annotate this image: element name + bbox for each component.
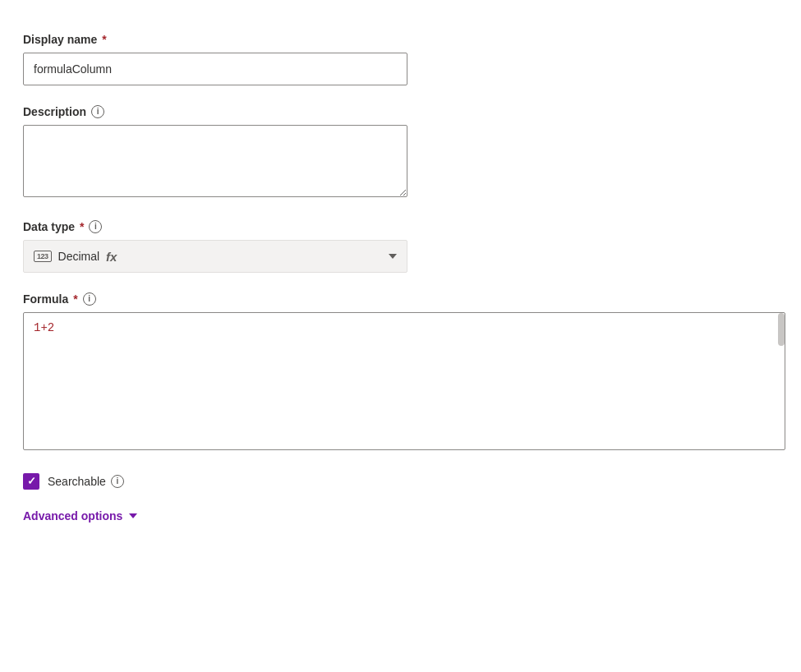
formula-info-icon[interactable]: i — [83, 292, 96, 306]
searchable-label: Searchable i — [48, 475, 124, 488]
description-label-text: Description — [23, 105, 86, 118]
form-container: Display name * Description i Data type *… — [20, 25, 447, 531]
data-type-info-icon[interactable]: i — [89, 220, 102, 233]
formula-group: Formula * i 1+2 — [23, 292, 444, 453]
display-name-required: * — [102, 33, 106, 46]
formula-label-text: Formula — [23, 292, 68, 306]
searchable-row: ✓ Searchable i — [23, 473, 444, 490]
formula-area-wrapper: 1+2 — [23, 312, 785, 453]
advanced-options-chevron-icon — [129, 513, 137, 518]
data-type-label: Data type * i — [23, 220, 444, 233]
searchable-info-icon[interactable]: i — [111, 475, 124, 488]
display-name-label-text: Display name — [23, 33, 97, 46]
searchable-checkbox[interactable]: ✓ — [23, 473, 39, 490]
data-type-chevron-icon — [389, 254, 397, 259]
description-label: Description i — [23, 105, 444, 118]
data-type-icon: 123 — [34, 251, 52, 262]
checkmark-icon: ✓ — [27, 476, 36, 486]
display-name-group: Display name * — [23, 33, 444, 85]
description-info-icon[interactable]: i — [91, 105, 104, 118]
data-type-group: Data type * i 123 Decimal fx — [23, 220, 444, 273]
data-type-label-text: Data type — [23, 220, 75, 233]
formula-required: * — [73, 292, 77, 306]
data-type-required: * — [80, 220, 84, 233]
display-name-label: Display name * — [23, 33, 444, 46]
advanced-options-text: Advanced options — [23, 509, 122, 522]
searchable-label-text: Searchable — [48, 475, 106, 488]
data-type-select-left: 123 Decimal fx — [34, 250, 117, 264]
advanced-options-row[interactable]: Advanced options — [23, 509, 444, 522]
fx-icon: fx — [106, 250, 117, 264]
data-type-selected-value: Decimal — [58, 250, 100, 263]
display-name-input[interactable] — [23, 53, 407, 85]
formula-textarea[interactable]: 1+2 — [23, 312, 785, 450]
formula-scrollbar-thumb — [778, 313, 785, 346]
data-type-dropdown[interactable]: 123 Decimal fx — [23, 240, 407, 273]
formula-label: Formula * i — [23, 292, 444, 306]
description-textarea[interactable] — [23, 125, 407, 197]
description-group: Description i — [23, 105, 444, 200]
